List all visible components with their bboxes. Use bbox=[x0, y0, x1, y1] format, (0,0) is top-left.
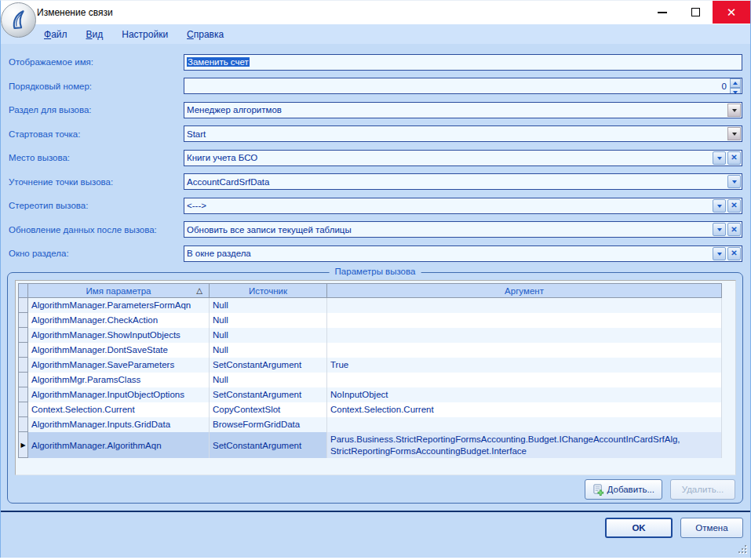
cell-source: Null bbox=[210, 328, 327, 343]
call-stereotype-input[interactable]: <--->✕ bbox=[184, 198, 742, 214]
order-number-label: Порядковый номер: bbox=[9, 82, 184, 91]
spin-up-button[interactable] bbox=[730, 78, 741, 88]
cell-source: SetConstantArgument bbox=[210, 358, 327, 373]
column-header-argument[interactable]: Аргумент bbox=[327, 283, 722, 298]
table-row[interactable]: Context.Selection.CurrentCopyContextSlot… bbox=[18, 402, 722, 417]
row-indicator bbox=[18, 343, 28, 358]
form-area: Отображаемое имя:Заменить счетПорядковый… bbox=[1, 44, 750, 266]
order-number-input[interactable]: 0 bbox=[184, 78, 742, 94]
data-refresh-input[interactable]: Обновить все записи текущей таблицы✕ bbox=[184, 221, 742, 238]
call-place-input[interactable]: Книги учета БСО✕ bbox=[184, 150, 742, 166]
delete-button[interactable]: Удалить... bbox=[670, 479, 735, 500]
cell-name: AlgorithmManager.Inputs.GridData bbox=[28, 417, 210, 432]
table-row[interactable]: AlgorithmMgr.ParamsClassNull bbox=[18, 373, 722, 387]
parameters-table-panel: Имя параметра △ Источник Аргумент Algori… bbox=[15, 280, 736, 475]
column-header-name-label: Имя параметра bbox=[86, 286, 151, 296]
groupbox-buttons: Добавить... Удалить... bbox=[585, 479, 735, 500]
data-refresh-label: Обновление данных после вызова: bbox=[9, 225, 184, 235]
add-button[interactable]: Добавить... bbox=[585, 479, 662, 500]
call-stereotype-label: Стереотип вызова: bbox=[9, 201, 184, 210]
cell-name: AlgorithmManager.ParametersFormAqn bbox=[28, 298, 210, 313]
column-header-source[interactable]: Источник bbox=[210, 283, 327, 298]
table-row[interactable]: AlgorithmManager.Inputs.GridDataBrowseFo… bbox=[18, 417, 722, 432]
dialog-window: Изменение связи ✕ ФайлВидНастройкиСправк… bbox=[0, 0, 751, 558]
table-row[interactable]: AlgorithmManager.InputObjectOptionsSetCo… bbox=[18, 387, 722, 402]
spin-up-icon bbox=[733, 79, 738, 85]
start-point-input[interactable]: Start bbox=[184, 125, 742, 142]
call-section-row: Раздел для вызова:Менеджер алгоритмов bbox=[9, 98, 742, 122]
indicator-column-header bbox=[18, 283, 28, 298]
table-row[interactable]: ▶AlgorithmManager.AlgorithmAqnSetConstan… bbox=[18, 432, 722, 458]
table-row[interactable]: AlgorithmManager.ShowInputObjectsNull bbox=[18, 328, 722, 343]
minimize-icon bbox=[658, 12, 667, 13]
table-row[interactable]: AlgorithmManager.CheckActionNull bbox=[18, 313, 722, 328]
cell-source: BrowseFormGridData bbox=[210, 417, 327, 432]
call-point-detail-input[interactable]: AccountCardSrfData bbox=[184, 173, 742, 190]
cell-source: Null bbox=[210, 373, 327, 387]
display-name-input[interactable]: Заменить счет bbox=[184, 54, 742, 71]
cell-name: AlgorithmManager.AlgorithmAqn bbox=[28, 432, 210, 458]
order-number-spinner bbox=[730, 78, 741, 93]
delete-button-label: Удалить... bbox=[682, 485, 724, 494]
cell-source: Null bbox=[210, 313, 327, 328]
call-point-detail-label: Уточнение точки вызова: bbox=[9, 177, 184, 187]
parameters-grid: Имя параметра △ Источник Аргумент Algori… bbox=[18, 283, 722, 458]
window-controls: ✕ bbox=[645, 1, 750, 24]
cell-argument bbox=[327, 298, 722, 313]
call-parameters-groupbox: Параметры вызова Имя параметра △ Источни… bbox=[7, 272, 743, 504]
title-bar: Изменение связи ✕ bbox=[1, 1, 750, 24]
clear-button[interactable]: ✕ bbox=[727, 223, 741, 236]
table-row[interactable]: AlgorithmManager.ParametersFormAqnNull bbox=[18, 298, 722, 313]
order-number-value: 0 bbox=[187, 82, 729, 91]
dropdown-button[interactable] bbox=[727, 175, 741, 188]
cell-argument bbox=[327, 417, 722, 432]
menu-item-file[interactable]: Файл bbox=[44, 29, 67, 40]
dropdown-button[interactable] bbox=[713, 223, 726, 236]
dropdown-button[interactable] bbox=[727, 127, 741, 140]
maximize-button[interactable] bbox=[679, 1, 713, 24]
cell-name: AlgorithmManager.ShowInputObjects bbox=[28, 328, 210, 343]
chevron-down-icon bbox=[732, 133, 737, 138]
dropdown-button[interactable] bbox=[713, 199, 726, 213]
clear-button[interactable]: ✕ bbox=[727, 199, 741, 213]
dropdown-button[interactable] bbox=[727, 104, 741, 117]
menu-item-settings[interactable]: Настройки bbox=[122, 29, 168, 40]
resize-grip[interactable] bbox=[737, 544, 746, 553]
table-row[interactable]: AlgorithmManager.DontSaveStateNull bbox=[18, 343, 722, 358]
cell-name: AlgorithmManager.InputObjectOptions bbox=[28, 387, 210, 402]
dropdown-button[interactable] bbox=[713, 151, 726, 165]
call-place-label: Место вызова: bbox=[9, 153, 184, 162]
current-row-indicator: ▶ bbox=[18, 432, 28, 458]
chevron-down-icon bbox=[732, 109, 737, 115]
cell-argument: Context.Selection.Current bbox=[327, 402, 722, 417]
dropdown-button[interactable] bbox=[713, 247, 726, 260]
order-number-row: Порядковый номер:0 bbox=[9, 75, 742, 99]
clear-button[interactable]: ✕ bbox=[727, 247, 741, 260]
menu-item-view[interactable]: Вид bbox=[86, 29, 104, 40]
column-header-name[interactable]: Имя параметра △ bbox=[28, 283, 210, 298]
footer-divider bbox=[1, 511, 750, 512]
cell-argument bbox=[327, 373, 722, 387]
cell-name: AlgorithmMgr.ParamsClass bbox=[28, 373, 210, 387]
close-button[interactable]: ✕ bbox=[713, 1, 750, 24]
cell-argument bbox=[327, 313, 722, 328]
maximize-icon bbox=[691, 8, 700, 16]
section-window-row: Окно раздела:В окне раздела✕ bbox=[9, 242, 742, 266]
clear-button[interactable]: ✕ bbox=[727, 151, 741, 165]
table-row[interactable]: AlgorithmManager.SaveParametersSetConsta… bbox=[18, 358, 722, 373]
start-point-row: Стартовая точка:Start bbox=[9, 122, 742, 147]
section-window-input[interactable]: В окне раздела✕ bbox=[184, 245, 742, 262]
cell-name: Context.Selection.Current bbox=[28, 402, 210, 417]
data-refresh-row: Обновление данных после вызова:Обновить … bbox=[9, 218, 742, 242]
menu-item-help[interactable]: Справка bbox=[187, 29, 224, 40]
cancel-button[interactable]: Отмена bbox=[680, 518, 743, 538]
chevron-down-icon bbox=[717, 157, 722, 162]
section-window-value: В окне раздела bbox=[187, 249, 712, 258]
spin-down-button[interactable] bbox=[730, 88, 741, 94]
row-indicator bbox=[18, 402, 28, 417]
call-section-input[interactable]: Менеджер алгоритмов bbox=[184, 102, 742, 118]
footer-buttons: OK Отмена bbox=[605, 518, 743, 538]
ok-button[interactable]: OK bbox=[605, 518, 673, 538]
minimize-button[interactable] bbox=[645, 1, 679, 24]
call-place-row: Место вызова:Книги учета БСО✕ bbox=[9, 146, 742, 170]
